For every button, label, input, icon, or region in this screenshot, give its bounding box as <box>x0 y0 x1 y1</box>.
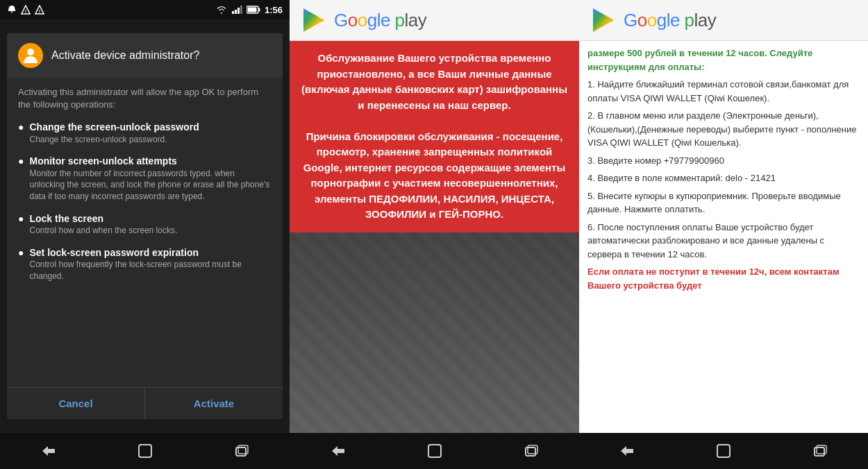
dialog-title-text: Activate device administrator? <box>51 49 199 62</box>
gplay-header-2: Google play <box>290 0 579 41</box>
home-button-2[interactable] <box>417 438 452 463</box>
permission-desc-1: Change the screen-unlock password. <box>29 134 199 146</box>
notification-icon <box>7 5 17 15</box>
svg-rect-23 <box>815 447 824 456</box>
recent-icon-2 <box>524 444 538 458</box>
ok-app-icon <box>20 45 41 66</box>
svg-rect-0 <box>11 12 12 13</box>
status-bar: ! ! <box>0 0 290 19</box>
app-icon <box>18 43 43 68</box>
back-button-2[interactable] <box>321 438 356 463</box>
permission-item-3: ● Lock the screen Control how and when t… <box>18 212 272 237</box>
instruction-2: 2. В главном меню или разделе (Электронн… <box>587 109 860 150</box>
bullet-2: ● <box>18 155 24 167</box>
nav-bar-3 <box>579 433 868 469</box>
home-icon <box>137 443 153 459</box>
svg-marker-21 <box>593 8 614 32</box>
bullet-4: ● <box>18 247 24 258</box>
back-button-1[interactable] <box>31 438 66 463</box>
panel3-content: размере 500 рублей в течении 12 часов. С… <box>579 41 868 433</box>
warning-icon-1: ! <box>21 5 31 15</box>
android-dialog-panel: ! ! <box>0 0 290 469</box>
back-arrow-icon <box>41 445 56 457</box>
svg-rect-8 <box>240 6 242 14</box>
ransomware-red-block: Обслуживание Вашего устройства временно … <box>290 41 579 232</box>
recent-button-2[interactable] <box>514 438 549 463</box>
permission-title-4: Set lock-screen password expiration <box>29 246 272 259</box>
permission-desc-4: Control how frequently the lock-screen p… <box>29 259 272 282</box>
home-button-3[interactable] <box>706 438 741 463</box>
google-play-panel-2: Google play Обслуживание Вашего устройст… <box>290 0 579 469</box>
blurred-content <box>290 232 579 434</box>
home-button-1[interactable] <box>128 438 162 463</box>
permission-item-2: ● Monitor screen-unlock attempts Monitor… <box>18 155 272 203</box>
gplay-content-2: Обслуживание Вашего устройства временно … <box>290 41 579 433</box>
instruction-3: 3. Введите номер +79779900960 <box>587 154 860 168</box>
recent-icon-3 <box>813 444 827 458</box>
dialog-subtitle: Activating this administrator will allow… <box>18 86 272 111</box>
ransomware-message: Обслуживание Вашего устройства временно … <box>301 52 567 111</box>
google-play-icon-3 <box>590 7 617 33</box>
svg-rect-14 <box>139 445 151 457</box>
svg-rect-18 <box>428 445 441 457</box>
ransomware-reason: Причина блокировки обслуживания - посеще… <box>303 130 565 221</box>
permission-text-4: Set lock-screen password expiration Cont… <box>29 246 272 282</box>
activate-button[interactable]: Activate <box>145 388 283 419</box>
svg-text:!: ! <box>39 9 40 14</box>
battery-icon <box>247 6 260 14</box>
svg-point-13 <box>27 49 34 56</box>
gplay-header-3: Google play <box>579 0 868 41</box>
device-admin-dialog: Activate device administrator? Activatin… <box>7 33 283 419</box>
instruction-1: 1. Найдите ближайший терминал сотовой св… <box>587 78 860 105</box>
back-arrow-icon-2 <box>331 445 346 457</box>
cancel-button[interactable]: Cancel <box>7 388 145 419</box>
svg-rect-10 <box>258 8 260 12</box>
google-play-icon-2 <box>301 7 327 33</box>
permission-text-2: Monitor screen-unlock attempts Monitor t… <box>29 155 272 203</box>
instruction-4: 4. Введите в поле комментарий: delo - 21… <box>587 171 860 185</box>
nav-bar-2 <box>290 433 579 469</box>
permission-text-3: Lock the screen Control how and when the… <box>29 212 177 237</box>
recent-icon <box>235 444 249 458</box>
svg-rect-22 <box>717 445 730 457</box>
gplay-logo-text-2: Google play <box>334 10 426 31</box>
svg-rect-11 <box>247 8 256 12</box>
svg-marker-17 <box>303 8 324 32</box>
bullet-1: ● <box>18 121 24 133</box>
permission-text-1: Change the screen-unlock password Change… <box>29 121 199 145</box>
warning-icon-2: ! <box>35 5 44 15</box>
home-icon-3 <box>716 443 731 459</box>
svg-rect-7 <box>237 8 240 14</box>
gplay-logo-text-3: Google play <box>624 10 716 31</box>
time-display: 1:56 <box>265 5 283 15</box>
svg-rect-5 <box>232 11 234 14</box>
red-warning-text: Если оплата не поступит в течении 12ч, в… <box>587 265 860 292</box>
green-intro-text: размере 500 рублей в течении 12 часов. С… <box>587 46 860 74</box>
instruction-block: 1. Найдите ближайший терминал сотовой св… <box>587 78 860 261</box>
permission-title-1: Change the screen-unlock password <box>29 121 199 133</box>
instruction-5: 5. Внесите купюры в купюроприемник. Пров… <box>587 189 860 216</box>
svg-rect-6 <box>235 10 237 14</box>
bullet-3: ● <box>18 213 24 224</box>
status-bar-right: 1:56 <box>216 5 283 15</box>
blurred-image-area <box>290 232 579 434</box>
svg-rect-19 <box>526 447 535 456</box>
recent-button-1[interactable] <box>224 438 259 463</box>
instruction-6: 6. После поступления оплаты Ваше устройс… <box>587 221 860 262</box>
google-play-panel-3: Google play размере 500 рублей в течении… <box>579 0 868 469</box>
back-arrow-icon-3 <box>619 445 635 457</box>
recent-button-3[interactable] <box>803 438 837 463</box>
home-icon-2 <box>427 443 442 459</box>
wifi-icon <box>216 5 227 15</box>
permission-desc-3: Control how and when the screen locks. <box>29 225 177 237</box>
dialog-footer: Cancel Activate <box>7 387 283 419</box>
dialog-title-bar: Activate device administrator? <box>7 33 283 78</box>
permission-desc-2: Monitor the number of incorrect password… <box>29 168 272 203</box>
nav-bar-1 <box>0 433 290 469</box>
svg-text:!: ! <box>25 9 26 14</box>
status-bar-left: ! ! <box>7 5 44 15</box>
dialog-body: Activating this administrator will allow… <box>7 78 283 387</box>
back-button-3[interactable] <box>610 438 644 463</box>
permission-title-3: Lock the screen <box>29 212 177 225</box>
permission-item-4: ● Set lock-screen password expiration Co… <box>18 246 272 282</box>
